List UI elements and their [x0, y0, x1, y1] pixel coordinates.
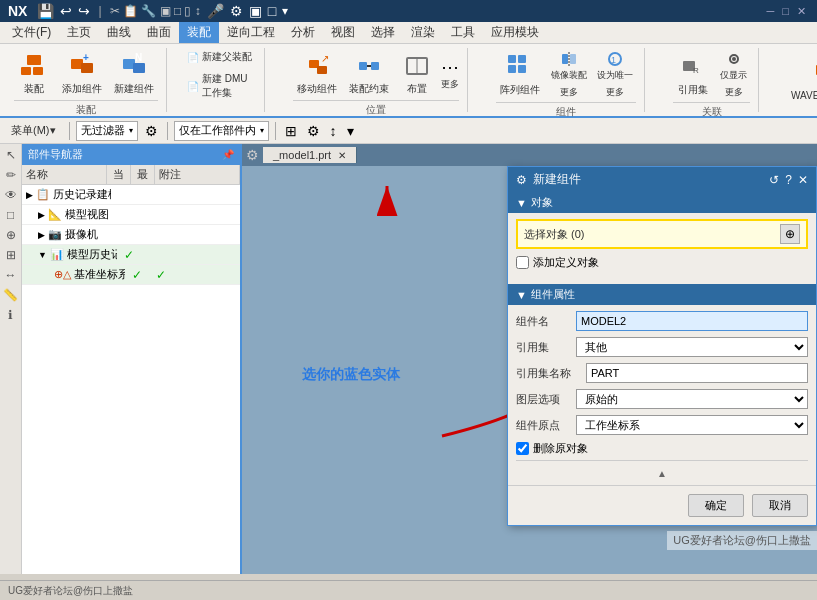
only-show-icon — [724, 49, 744, 69]
menu-tools[interactable]: 工具 — [443, 22, 483, 43]
filter-icon[interactable]: ⚙ — [142, 121, 161, 141]
cancel-button[interactable]: 取消 — [752, 494, 808, 517]
select-object-btn[interactable]: ⊕ — [780, 224, 800, 244]
left-icon-body[interactable]: □ — [2, 206, 20, 224]
nav-row-model-history-name: ▼ 📊 模型历史记录 — [22, 245, 117, 264]
new-dmu-btn[interactable]: 📄 新建 DMU 工作集 — [183, 70, 256, 102]
move-component-btn[interactable]: ↗ 移动组件 — [293, 48, 341, 98]
menu-select[interactable]: 选择 — [363, 22, 403, 43]
nav-row-history-mode[interactable]: ▶ 📋 历史记录建模模式 — [22, 185, 240, 205]
constraint-btn[interactable]: 装配约束 — [345, 48, 393, 98]
refset-btn[interactable]: R 引用集 — [673, 49, 713, 99]
nav-pin-btn[interactable]: 📌 — [222, 149, 234, 160]
nav-row-datum-csys[interactable]: ⊕△ 基准坐标系 (0) 📌 ✓ ✓ — [22, 265, 240, 285]
menu-surface[interactable]: 曲面 — [139, 22, 179, 43]
layer-select[interactable]: 原始的 — [576, 389, 808, 409]
position-more[interactable]: ⋯ 更多 — [441, 56, 459, 91]
add-define-checkbox[interactable] — [516, 256, 529, 269]
nav-row-model-history[interactable]: ▼ 📊 模型历史记录 ✓ — [22, 245, 240, 265]
component-more-btn[interactable]: 更多 — [557, 85, 581, 100]
component-more2-btn[interactable]: 更多 — [603, 85, 627, 100]
left-icon-dim[interactable]: ↔ — [2, 266, 20, 284]
nav-icon-camera: 📷 — [48, 228, 62, 241]
minimize-btn[interactable]: ─ — [764, 4, 778, 19]
left-icon-constraint2[interactable]: ⊞ — [2, 246, 20, 264]
menu-curve[interactable]: 曲线 — [99, 22, 139, 43]
refset-select[interactable]: 其他 — [576, 337, 808, 357]
new-component-btn[interactable]: N 新建组件 — [110, 48, 158, 98]
filter-dropdown[interactable]: 无过滤器 ▾ — [76, 121, 138, 141]
dialog-reset-btn[interactable]: ↺ — [769, 173, 779, 187]
expand-arrow-4[interactable]: ▼ — [38, 250, 47, 260]
layout-btn[interactable]: 布置 — [397, 48, 437, 98]
menu-dropdown-btn[interactable]: 菜单(M)▾ — [4, 120, 63, 141]
ok-button[interactable]: 确定 — [688, 494, 744, 517]
add-component-btn[interactable]: + 添加组件 — [58, 48, 106, 98]
layout-icon[interactable]: ▣ — [249, 3, 262, 19]
menu-file[interactable]: 文件(F) — [4, 22, 59, 43]
menu-view[interactable]: 视图 — [323, 22, 363, 43]
svg-rect-0 — [27, 55, 41, 65]
undo-icon[interactable]: ↩ — [60, 3, 72, 19]
left-icon-snap[interactable]: ⊕ — [2, 226, 20, 244]
left-icon-measure[interactable]: 📏 — [2, 286, 20, 304]
left-icon-select[interactable]: ↖ — [2, 146, 20, 164]
more2-icon[interactable]: ▾ — [344, 121, 357, 141]
settings2-icon[interactable]: ⚙ — [304, 121, 323, 141]
set-unique-btn[interactable]: 1 设为唯一 — [594, 48, 636, 83]
nav-row-model-view[interactable]: ▶ 📐 模型视图 — [22, 205, 240, 225]
main-area: ↖ ✏ 👁 □ ⊕ ⊞ ↔ 📏 ℹ 部件导航器 📌 名称 当 最 附注 ▶ — [0, 144, 817, 574]
dialog-help-btn[interactable]: ? — [785, 173, 792, 187]
close-btn[interactable]: ✕ — [794, 4, 809, 19]
new-parent-btn[interactable]: 📄 新建父装配 — [183, 48, 256, 66]
svg-rect-19 — [508, 65, 516, 73]
origin-select[interactable]: 工作坐标系 — [576, 415, 808, 435]
component-name-input[interactable] — [576, 311, 808, 331]
scroll-up-indicator[interactable]: ▲ — [516, 468, 808, 479]
nav-row-camera[interactable]: ▶ 📷 摄像机 — [22, 225, 240, 245]
move-component-icon: ↗ — [301, 50, 333, 82]
settings-icon[interactable]: ⚙ — [230, 3, 243, 19]
left-icon-edit[interactable]: ✏ — [2, 166, 20, 184]
dialog-section-props[interactable]: ▼ 组件属性 — [508, 284, 816, 305]
wave-linker-btn[interactable]: W WAVE几何链接器 — [787, 55, 817, 105]
menu-modules[interactable]: 应用模块 — [483, 22, 547, 43]
mirror-assembly-btn[interactable]: 镜像装配 — [548, 48, 590, 83]
left-icon-info[interactable]: ℹ — [2, 306, 20, 324]
refset-name-input[interactable] — [586, 363, 808, 383]
view-tab-close-btn[interactable]: ✕ — [338, 150, 346, 161]
menu-analysis[interactable]: 分析 — [283, 22, 323, 43]
view-tab-model1[interactable]: _model1.prt ✕ — [263, 147, 357, 163]
expand-arrow-3[interactable]: ▶ — [38, 230, 45, 240]
save-icon[interactable]: 💾 — [37, 3, 54, 19]
menu-home[interactable]: 主页 — [59, 22, 99, 43]
assembly-btn[interactable]: 装配 — [14, 48, 54, 98]
only-show-btn[interactable]: 仅显示 — [717, 48, 750, 83]
arrow-icon[interactable]: ↕ — [327, 121, 340, 141]
redo-icon[interactable]: ↪ — [78, 3, 90, 19]
array-component-btn[interactable]: 阵列组件 — [496, 49, 544, 99]
maximize-btn[interactable]: □ — [779, 4, 792, 19]
form-row-name: 组件名 — [516, 311, 808, 331]
expand-arrow-2[interactable]: ▶ — [38, 210, 45, 220]
menu-render[interactable]: 渲染 — [403, 22, 443, 43]
mic-icon[interactable]: 🎤 — [207, 3, 224, 19]
snap-icon[interactable]: ⊞ — [282, 121, 300, 141]
title-bar: NX 💾 ↩ ↪ | ✂ 📋 🔧 ▣ □ ▯ ↕ 🎤 ⚙ ▣ □ ▾ ─ □ ✕ — [0, 0, 817, 22]
svg-rect-1 — [21, 67, 31, 75]
expand-arrow-1[interactable]: ▶ — [26, 190, 33, 200]
svg-rect-13 — [371, 62, 379, 70]
menu-assembly[interactable]: 装配 — [179, 22, 219, 43]
window-icon[interactable]: □ — [268, 3, 276, 19]
only-show-label: 仅显示 — [720, 69, 747, 82]
menu-reverse[interactable]: 逆向工程 — [219, 22, 283, 43]
delete-original-label: 删除原对象 — [533, 441, 588, 456]
scope-dropdown[interactable]: 仅在工作部件内 ▾ — [174, 121, 269, 141]
array-component-icon — [504, 51, 536, 83]
dialog-close-btn[interactable]: ✕ — [798, 173, 808, 187]
more-icon[interactable]: ▾ — [282, 4, 288, 18]
left-icon-view[interactable]: 👁 — [2, 186, 20, 204]
relation-more-btn[interactable]: 更多 — [717, 85, 750, 100]
delete-original-checkbox[interactable] — [516, 442, 529, 455]
dialog-section-object[interactable]: ▼ 对象 — [508, 192, 816, 213]
